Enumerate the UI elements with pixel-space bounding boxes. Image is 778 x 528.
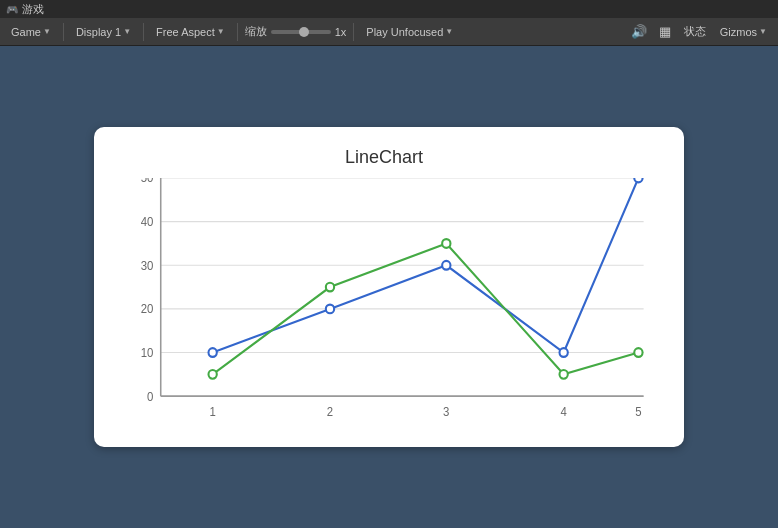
play-dropdown-arrow: ▼ xyxy=(445,27,453,36)
svg-point-28 xyxy=(634,348,642,357)
svg-text:4: 4 xyxy=(560,405,567,418)
svg-text:5: 5 xyxy=(635,405,642,418)
chart-title: LineChart xyxy=(114,147,654,168)
status-label-btn[interactable]: 状态 xyxy=(679,22,711,41)
svg-text:1: 1 xyxy=(209,405,215,418)
aspect-label: Free Aspect xyxy=(156,26,215,38)
display-dropdown[interactable]: Display 1 ▼ xyxy=(71,24,136,40)
game-dropdown-arrow: ▼ xyxy=(43,27,51,36)
svg-point-26 xyxy=(442,239,450,248)
separator-4 xyxy=(353,23,354,41)
title-bar-label: 游戏 xyxy=(22,2,44,17)
svg-point-19 xyxy=(209,348,217,357)
chart-card: LineChart 0 10 20 30 40 50 1 xyxy=(94,127,684,447)
scale-value: 1x xyxy=(335,26,347,38)
main-content: LineChart 0 10 20 30 40 50 1 xyxy=(0,46,778,528)
display-dropdown-arrow: ▼ xyxy=(123,27,131,36)
separator-2 xyxy=(143,23,144,41)
play-dropdown[interactable]: Play Unfocused ▼ xyxy=(361,24,458,40)
scale-thumb xyxy=(299,27,309,37)
scale-slider[interactable] xyxy=(271,30,331,34)
gizmos-dropdown-arrow: ▼ xyxy=(759,27,767,36)
toolbar-right: 🔊 ▦ 状态 Gizmos ▼ xyxy=(627,22,772,41)
svg-point-24 xyxy=(209,370,217,379)
game-dropdown[interactable]: Game ▼ xyxy=(6,24,56,40)
play-label: Play Unfocused xyxy=(366,26,443,38)
toolbar: Game ▼ Display 1 ▼ Free Aspect ▼ 缩放 1x P… xyxy=(0,18,778,46)
gizmos-dropdown[interactable]: Gizmos ▼ xyxy=(715,24,772,40)
audio-icon[interactable]: 🔊 xyxy=(627,22,651,41)
separator-3 xyxy=(237,23,238,41)
gizmos-label: Gizmos xyxy=(720,26,757,38)
title-bar: 🎮 游戏 xyxy=(0,0,778,18)
status-label: 状态 xyxy=(684,24,706,39)
svg-point-27 xyxy=(560,370,568,379)
svg-text:40: 40 xyxy=(141,215,154,228)
scale-label: 缩放 xyxy=(245,24,267,39)
svg-point-21 xyxy=(442,261,450,270)
chart-area: 0 10 20 30 40 50 1 2 3 4 5 xyxy=(114,178,654,418)
svg-point-20 xyxy=(326,305,334,314)
svg-text:20: 20 xyxy=(141,302,154,315)
aspect-dropdown[interactable]: Free Aspect ▼ xyxy=(151,24,230,40)
svg-point-23 xyxy=(634,178,642,182)
svg-point-25 xyxy=(326,283,334,292)
svg-text:2: 2 xyxy=(327,405,333,418)
game-icon: 🎮 xyxy=(6,4,18,15)
svg-text:10: 10 xyxy=(141,346,154,359)
svg-point-22 xyxy=(560,348,568,357)
grid-icon[interactable]: ▦ xyxy=(655,22,675,41)
game-label: Game xyxy=(11,26,41,38)
display-label: Display 1 xyxy=(76,26,121,38)
chart-svg: 0 10 20 30 40 50 1 2 3 4 5 xyxy=(114,178,654,418)
svg-text:30: 30 xyxy=(141,258,154,271)
svg-text:50: 50 xyxy=(141,178,154,184)
separator-1 xyxy=(63,23,64,41)
svg-text:0: 0 xyxy=(147,389,154,402)
aspect-dropdown-arrow: ▼ xyxy=(217,27,225,36)
svg-text:3: 3 xyxy=(443,405,449,418)
